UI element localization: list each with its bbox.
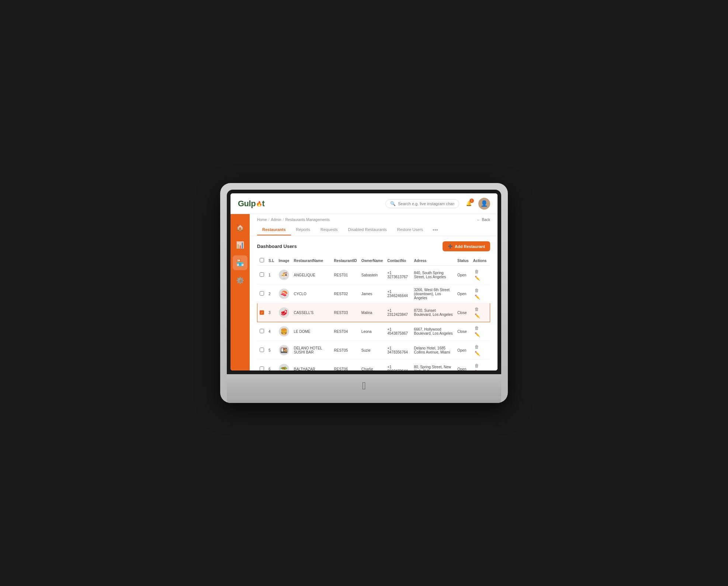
row-name: BALTHAZAR bbox=[291, 360, 332, 371]
delete-button[interactable]: 🗑 bbox=[473, 325, 481, 331]
row-sl: 5 bbox=[266, 341, 277, 360]
table-header-row: Dashboard Users ➕ Add Restaurant bbox=[257, 241, 490, 251]
header-right: 🔍 🔔 1 👤 bbox=[385, 198, 490, 210]
logo-text: Gulp bbox=[238, 199, 256, 208]
tabs-bar: Restaurants Reports Requests Disabled Re… bbox=[250, 224, 498, 236]
row-checkbox[interactable] bbox=[260, 348, 264, 352]
row-checkbox[interactable] bbox=[260, 291, 264, 296]
row-sl: 6 bbox=[266, 360, 277, 371]
search-bar[interactable]: 🔍 bbox=[385, 199, 459, 208]
sidebar-item-chart[interactable]: 📊 bbox=[233, 238, 247, 252]
back-button[interactable]: ← Back bbox=[477, 218, 490, 222]
tab-requests[interactable]: Requests bbox=[315, 224, 343, 235]
restaurant-avatar: 🥩 bbox=[279, 307, 289, 318]
table-header: S.L Image RestaurantName RestaurantID Ow… bbox=[257, 256, 490, 266]
edit-button[interactable]: ✏️ bbox=[473, 313, 482, 319]
main-layout: 🏠 📊 🏪 ⚙️ bbox=[230, 214, 498, 370]
tab-reports[interactable]: Reports bbox=[291, 224, 316, 235]
delete-button[interactable]: 🗑 bbox=[473, 306, 481, 313]
breadcrumb: Home / Admin / Restaurants Managements ←… bbox=[250, 214, 498, 224]
apple-logo:  bbox=[362, 380, 366, 392]
edit-button[interactable]: ✏️ bbox=[473, 294, 482, 300]
row-checkbox-cell[interactable] bbox=[257, 360, 267, 371]
row-image: 🍔 bbox=[277, 322, 292, 341]
row-address: 80, Spring Street, New York, N.Y bbox=[412, 360, 455, 371]
tab-disabled-restaurants[interactable]: Disabled Restaurants bbox=[343, 224, 392, 235]
row-checkbox-cell[interactable] bbox=[257, 322, 267, 341]
delete-button[interactable]: 🗑 bbox=[473, 344, 481, 350]
breadcrumb-sep2: / bbox=[283, 218, 284, 222]
row-checkbox-cell[interactable] bbox=[257, 266, 267, 285]
add-restaurant-button[interactable]: ➕ Add Restaurant bbox=[443, 241, 490, 251]
row-id: REST02 bbox=[332, 285, 359, 303]
avatar[interactable]: 👤 bbox=[478, 198, 490, 210]
row-address: 6667, Hollywood Boulevard, Los Angeles bbox=[412, 322, 455, 341]
edit-button[interactable]: ✏️ bbox=[473, 369, 482, 370]
col-owner-name: OwnerName bbox=[359, 256, 385, 266]
row-name: DELANO HOTEL SUSHI BAR bbox=[291, 341, 332, 360]
restaurant-avatar: 🍜 bbox=[279, 270, 289, 280]
restaurants-table: S.L Image RestaurantName RestaurantID Ow… bbox=[257, 256, 490, 370]
edit-button[interactable]: ✏️ bbox=[473, 331, 482, 338]
row-owner: Sabastein bbox=[359, 266, 385, 285]
restaurant-avatar: 🍣 bbox=[279, 289, 289, 299]
store-icon: 🏪 bbox=[236, 259, 244, 267]
table-row: 2 🍣 CYCLO REST02 James +1 2346246644 326… bbox=[257, 285, 490, 303]
row-checkbox[interactable] bbox=[260, 272, 264, 277]
delete-button[interactable]: 🗑 bbox=[473, 362, 481, 369]
row-image: 🍣 bbox=[277, 285, 292, 303]
tab-restore-users[interactable]: Restore Users bbox=[392, 224, 428, 235]
row-checkbox-cell[interactable]: ✓ bbox=[257, 303, 267, 322]
row-checkbox-checked[interactable]: ✓ bbox=[260, 310, 264, 315]
row-id: REST03 bbox=[332, 303, 359, 322]
logo-flame: 🔥 bbox=[256, 201, 262, 207]
col-actions: Actions bbox=[471, 256, 490, 266]
row-checkbox-cell[interactable] bbox=[257, 285, 267, 303]
avatar-icon: 👤 bbox=[481, 200, 488, 207]
row-actions: 🗑 ✏️ bbox=[471, 285, 490, 303]
delete-button[interactable]: 🗑 bbox=[473, 268, 481, 275]
notification-button[interactable]: 🔔 1 bbox=[464, 199, 474, 209]
main-content: Home / Admin / Restaurants Managements ←… bbox=[250, 214, 498, 370]
tab-restaurants[interactable]: Restaurants bbox=[257, 224, 291, 235]
breadcrumb-current: Restaurants Managements bbox=[285, 218, 330, 222]
settings-icon: ⚙️ bbox=[236, 276, 244, 285]
table-row: 4 🍔 LE DOME REST04 Leona +1 4543875867 6… bbox=[257, 322, 490, 341]
row-status: Open bbox=[455, 341, 471, 360]
notification-badge: 1 bbox=[469, 199, 474, 203]
table-row: 6 🥗 BALTHAZAR REST06 Charlie +1 89234736… bbox=[257, 360, 490, 371]
breadcrumb-admin[interactable]: Admin bbox=[271, 218, 281, 222]
row-checkbox[interactable] bbox=[260, 366, 264, 370]
logo-suffix: t bbox=[262, 199, 265, 208]
row-checkbox-cell[interactable] bbox=[257, 341, 267, 360]
row-sl: 3 bbox=[266, 303, 277, 322]
sidebar-item-store[interactable]: 🏪 bbox=[233, 255, 247, 270]
search-input[interactable] bbox=[398, 201, 454, 206]
restaurant-avatar: 🥗 bbox=[279, 364, 289, 370]
edit-button[interactable]: ✏️ bbox=[473, 350, 482, 357]
table-section: Dashboard Users ➕ Add Restaurant bbox=[250, 236, 498, 370]
row-checkbox[interactable] bbox=[260, 329, 264, 333]
breadcrumb-sep1: / bbox=[268, 218, 270, 222]
row-name: CASSELL'S bbox=[291, 303, 332, 322]
row-contact: +1 2346246644 bbox=[385, 285, 412, 303]
breadcrumb-home[interactable]: Home bbox=[257, 218, 267, 222]
more-tabs-button[interactable]: ••• bbox=[430, 224, 441, 236]
sidebar-item-settings[interactable]: ⚙️ bbox=[233, 273, 247, 288]
app-logo: Gulp🔥t bbox=[238, 199, 264, 208]
table-row: ✓ 3 🥩 CASSELL'S REST03 Malina +1 2312423… bbox=[257, 303, 490, 322]
row-sl: 4 bbox=[266, 322, 277, 341]
row-owner: Charlie bbox=[359, 360, 385, 371]
back-label: Back bbox=[482, 218, 490, 222]
monitor-stand:  bbox=[227, 374, 501, 396]
row-id: REST06 bbox=[332, 360, 359, 371]
select-all-checkbox[interactable] bbox=[260, 258, 264, 262]
col-restaurant-id: RestaurantID bbox=[332, 256, 359, 266]
row-actions: 🗑 ✏️ bbox=[471, 322, 490, 341]
row-image: 🥗 bbox=[277, 360, 292, 371]
row-status: Open bbox=[455, 360, 471, 371]
edit-button[interactable]: ✏️ bbox=[473, 275, 482, 282]
delete-button[interactable]: 🗑 bbox=[473, 287, 481, 294]
sidebar-item-home[interactable]: 🏠 bbox=[233, 220, 247, 235]
row-image: 🍜 bbox=[277, 266, 292, 285]
